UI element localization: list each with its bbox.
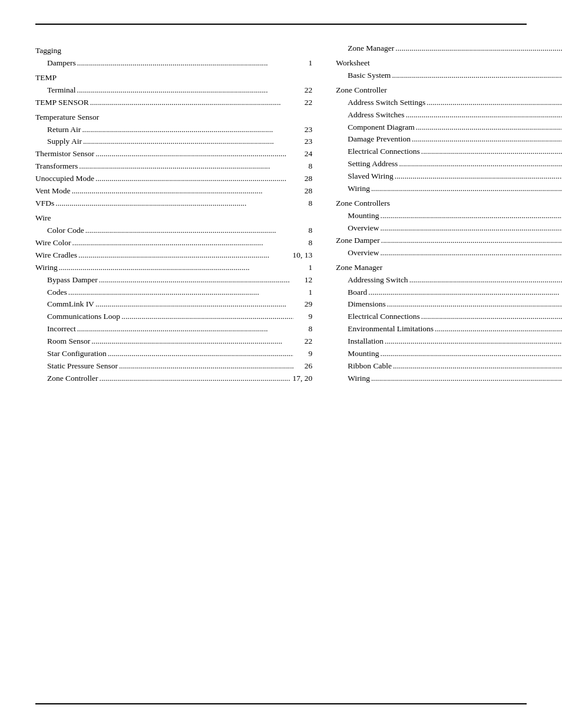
entry-dots: ........................................… — [77, 323, 294, 335]
entry-label: Color Code — [35, 225, 84, 237]
entry-dots: ........................................… — [380, 222, 562, 235]
index-entry: Terminal................................… — [35, 84, 312, 97]
entry-page: 24 — [295, 148, 312, 160]
entry-label: Unoccupied Mode — [35, 173, 94, 185]
section-header: Wire — [35, 212, 312, 225]
entry-page: 28 — [295, 173, 312, 185]
entry-dots: ........................................… — [95, 298, 293, 311]
entry-dots: ........................................… — [82, 124, 293, 136]
entry-page: 28 — [295, 185, 312, 197]
entry-dots: ........................................… — [77, 57, 294, 70]
entry-label: Damage Prevention — [336, 133, 411, 146]
entry-page: 17, 20 — [293, 373, 313, 385]
entry-dots: ........................................… — [381, 235, 562, 247]
entry-dots: ........................................… — [393, 360, 562, 373]
entry-page: 8 — [295, 160, 312, 173]
entry-label: Setting Address — [336, 158, 398, 170]
entry-dots: ........................................… — [385, 335, 562, 348]
entry-dots: ........................................… — [395, 42, 562, 55]
index-entry: Wire Color..............................… — [35, 237, 312, 249]
entry-dots: ........................................… — [371, 183, 562, 195]
index-entry: Wiring..................................… — [35, 262, 312, 274]
entry-label: Star Configuration — [35, 348, 107, 360]
section-header: Zone Manager — [336, 262, 562, 274]
entry-label: VFDs — [35, 197, 54, 210]
entry-page: 23 — [295, 124, 312, 136]
entry-dots: ........................................… — [435, 323, 562, 335]
entry-dots: ........................................… — [59, 262, 294, 274]
entry-label: Thermistor Sensor — [35, 148, 94, 160]
entry-label: Codes — [35, 286, 67, 299]
entry-dots: ........................................… — [90, 97, 294, 109]
entry-label: Installation — [336, 335, 384, 348]
entry-dots: ........................................… — [77, 84, 294, 97]
entry-dots: ........................................… — [399, 158, 562, 170]
entry-label: Basic System — [336, 70, 391, 82]
section-header: Temperature Sensor — [35, 111, 312, 124]
entry-page: 9 — [295, 311, 312, 323]
entry-page: 8 — [295, 197, 312, 210]
entry-label: Bypass Damper — [35, 274, 98, 286]
entry-label: Return Air — [35, 124, 81, 136]
entry-label: Component Diagram — [336, 121, 415, 134]
entry-dots: ........................................… — [371, 373, 562, 385]
index-entry: Installation............................… — [336, 335, 562, 348]
entry-dots: ........................................… — [95, 148, 293, 160]
entry-dots: ........................................… — [427, 97, 562, 109]
entry-dots: ........................................… — [380, 247, 562, 259]
top-rule — [35, 24, 527, 25]
entry-label: Address Switch Settings — [336, 97, 425, 109]
entry-dots: ........................................… — [78, 249, 291, 262]
entry-dots: ........................................… — [119, 360, 293, 373]
entry-label: Vent Mode — [35, 185, 71, 197]
index-entry: Zone Damper.............................… — [336, 235, 562, 247]
section-header: Zone Controllers — [336, 197, 562, 210]
entry-label: Transformers — [35, 160, 78, 173]
entry-label: CommLink IV — [35, 298, 94, 311]
entry-dots: ........................................… — [100, 373, 292, 385]
index-entry: Zone Manager............................… — [336, 42, 562, 55]
index-entry: Ribbon Cable............................… — [336, 360, 562, 373]
entry-label: Room Sensor — [35, 335, 90, 348]
entry-label: Wiring — [35, 262, 58, 274]
entry-page: 9 — [295, 348, 312, 360]
entry-label: Zone Controller — [35, 373, 98, 385]
entry-label: Mounting — [336, 348, 379, 360]
entry-label: Slaved Wiring — [336, 170, 394, 183]
entry-label: Addressing Switch — [336, 274, 408, 286]
entry-label: Wire Color — [35, 237, 71, 249]
entry-label: Wire Cradles — [35, 249, 77, 262]
index-entry: Bypass Damper...........................… — [35, 274, 312, 286]
entry-label: Wiring — [336, 183, 370, 195]
index-entry: Unoccupied Mode.........................… — [35, 173, 312, 185]
entry-dots: ........................................… — [395, 170, 562, 183]
entry-dots: ........................................… — [381, 348, 562, 360]
index-entry: Electrical Connections..................… — [336, 146, 562, 158]
index-entry: TEMP SENSOR.............................… — [35, 97, 312, 109]
entry-page: 22 — [295, 84, 312, 97]
entry-page: 26 — [295, 360, 312, 373]
entry-page: 22 — [295, 97, 312, 109]
index-entry: Slaved Wiring...........................… — [336, 170, 562, 183]
entry-label: Mounting — [336, 210, 379, 222]
entry-page: 23 — [295, 136, 312, 148]
index-entry: Electrical Connections..................… — [336, 311, 562, 323]
page: TaggingDampers..........................… — [0, 0, 562, 728]
entry-page: 22 — [295, 335, 312, 348]
entry-dots: ........................................… — [85, 225, 294, 237]
entry-page: 1 — [295, 262, 312, 274]
entry-label: Electrical Connections — [336, 311, 420, 323]
entry-page: 12 — [295, 274, 312, 286]
index-entry: Environmental Limitations...............… — [336, 323, 562, 335]
entry-dots: ........................................… — [68, 286, 294, 299]
entry-dots: ........................................… — [421, 146, 562, 158]
index-entry: Vent Mode...............................… — [35, 185, 312, 197]
index-entry: Supply Air..............................… — [35, 136, 312, 148]
entry-dots: ........................................… — [55, 197, 293, 210]
entry-dots: ........................................… — [91, 335, 293, 348]
entry-dots: ........................................… — [121, 311, 293, 323]
bottom-rule — [35, 703, 527, 704]
entry-label: Overview — [336, 222, 379, 235]
entry-label: Dimensions — [336, 298, 386, 311]
index-entry: Static Pressure Sensor..................… — [35, 360, 312, 373]
